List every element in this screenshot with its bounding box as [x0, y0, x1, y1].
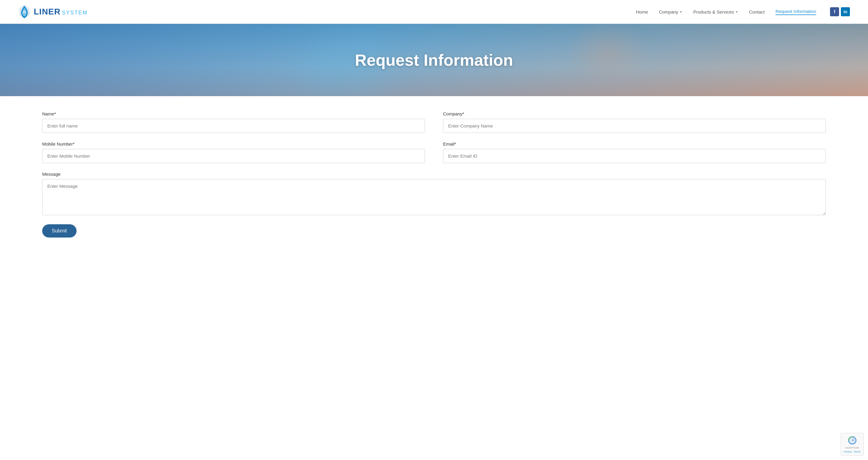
form-grid: Name* Company* Mobile Number* Email* Mes… — [42, 111, 826, 215]
social-icons: f in — [830, 7, 850, 16]
linkedin-icon[interactable]: in — [841, 7, 850, 16]
site-header: LINER SYSTEM Home Company ▼ Products & S… — [0, 0, 868, 24]
contact-form: Name* Company* Mobile Number* Email* Mes… — [42, 111, 826, 238]
mobile-label: Mobile Number* — [42, 142, 425, 147]
hero-banner: Request Information — [0, 24, 868, 96]
logo-liner: LINER — [34, 7, 61, 17]
company-label: Company* — [443, 111, 826, 116]
email-input[interactable] — [443, 149, 826, 163]
mobile-input[interactable] — [42, 149, 425, 163]
logo-text: LINER SYSTEM — [34, 7, 88, 17]
nav-products-services[interactable]: Products & Services ▼ — [693, 9, 738, 14]
company-input[interactable] — [443, 119, 826, 133]
message-group: Message — [42, 172, 826, 215]
company-group: Company* — [443, 111, 826, 133]
products-dropdown-arrow: ▼ — [735, 10, 738, 13]
nav-company[interactable]: Company ▼ — [659, 9, 682, 14]
logo-icon — [18, 4, 31, 19]
name-group: Name* — [42, 111, 425, 133]
nav-request-information[interactable]: Request Information — [775, 9, 816, 15]
name-input[interactable] — [42, 119, 425, 133]
mobile-group: Mobile Number* — [42, 142, 425, 163]
company-dropdown-arrow: ▼ — [679, 10, 682, 13]
email-group: Email* — [443, 142, 826, 163]
nav-home[interactable]: Home — [636, 9, 648, 14]
submit-button[interactable]: Submit — [42, 224, 76, 238]
nav-contact[interactable]: Contact — [749, 9, 765, 14]
email-label: Email* — [443, 142, 826, 147]
hero-title: Request Information — [355, 51, 513, 69]
request-information-form: Name* Company* Mobile Number* Email* Mes… — [0, 96, 868, 256]
logo[interactable]: LINER SYSTEM — [18, 4, 88, 19]
logo-system: SYSTEM — [62, 10, 88, 16]
name-label: Name* — [42, 111, 425, 116]
message-textarea[interactable] — [42, 179, 826, 215]
message-label: Message — [42, 172, 826, 177]
main-nav: Home Company ▼ Products & Services ▼ Con… — [636, 7, 850, 16]
facebook-icon[interactable]: f — [830, 7, 839, 16]
